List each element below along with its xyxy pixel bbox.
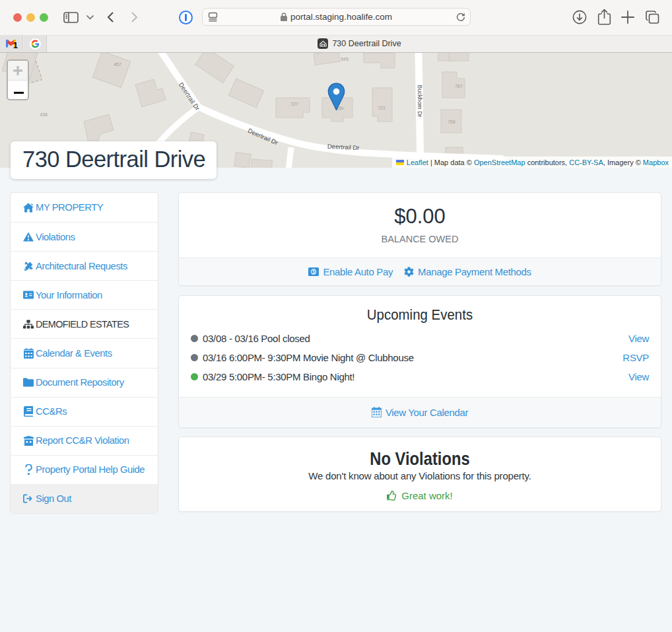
svg-text:727: 727 xyxy=(290,102,298,106)
svg-text:$: $ xyxy=(313,269,316,274)
svg-text:767: 767 xyxy=(455,84,463,88)
svg-text:Deertrail Dr: Deertrail Dr xyxy=(178,81,201,112)
svg-text:721: 721 xyxy=(378,106,386,110)
svg-text:Buckhorn Dr: Buckhorn Dr xyxy=(417,85,423,118)
svg-text:756: 756 xyxy=(448,120,455,124)
svg-text:545: 545 xyxy=(341,57,349,61)
svg-text:438: 438 xyxy=(40,112,48,117)
svg-text:457: 457 xyxy=(114,62,121,67)
